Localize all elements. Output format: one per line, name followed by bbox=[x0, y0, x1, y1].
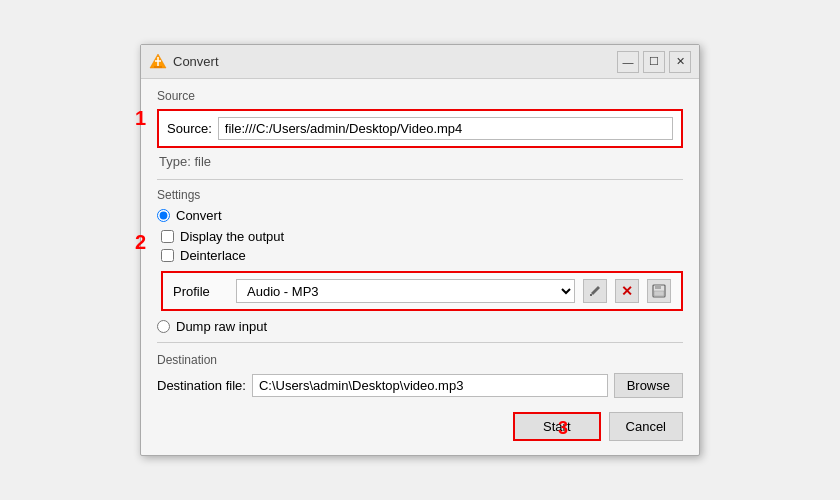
save-icon bbox=[652, 284, 666, 298]
display-output-label: Display the output bbox=[180, 229, 284, 244]
minimize-button[interactable]: — bbox=[617, 51, 639, 73]
profile-select[interactable]: Audio - MP3Video - H.264 + MP3 (MP4)Vide… bbox=[236, 279, 575, 303]
profile-label: Profile bbox=[173, 284, 228, 299]
deinterlace-checkbox[interactable] bbox=[161, 249, 174, 262]
title-bar: Convert — ☐ ✕ bbox=[141, 45, 699, 79]
deinterlace-row: Deinterlace bbox=[157, 248, 683, 263]
dump-label: Dump raw input bbox=[176, 319, 267, 334]
save-profile-button[interactable] bbox=[647, 279, 671, 303]
type-row: Type: file bbox=[157, 154, 683, 169]
destination-section: Destination Destination file: Browse bbox=[157, 353, 683, 398]
display-output-row: Display the output bbox=[157, 229, 683, 244]
settings-section: Settings Convert 2 Display the output De… bbox=[157, 188, 683, 334]
step-2-indicator: 2 bbox=[135, 231, 146, 254]
settings-options-wrapper: 2 Display the output Deinterlace Profile… bbox=[157, 229, 683, 311]
button-row: 3 Start Cancel bbox=[157, 412, 683, 441]
vlc-icon bbox=[149, 53, 167, 71]
type-value: file bbox=[194, 154, 211, 169]
window-controls: — ☐ ✕ bbox=[617, 51, 691, 73]
svg-rect-1 bbox=[154, 66, 162, 68]
dump-radio[interactable] bbox=[157, 320, 170, 333]
source-label: Source: bbox=[167, 121, 212, 136]
settings-label: Settings bbox=[157, 188, 683, 202]
red-x-icon: ✕ bbox=[621, 283, 633, 299]
start-button[interactable]: Start bbox=[513, 412, 600, 441]
svg-rect-4 bbox=[590, 294, 592, 296]
step-1-indicator: 1 bbox=[135, 107, 146, 130]
source-section-label: Source bbox=[157, 89, 683, 103]
svg-rect-6 bbox=[655, 285, 661, 289]
cancel-button[interactable]: Cancel bbox=[609, 412, 683, 441]
divider-1 bbox=[157, 179, 683, 180]
convert-radio-label: Convert bbox=[176, 208, 222, 223]
browse-button[interactable]: Browse bbox=[614, 373, 683, 398]
source-row: Source: bbox=[167, 117, 673, 140]
dest-file-label: Destination file: bbox=[157, 378, 246, 393]
source-wrapper: 1 Source: bbox=[157, 109, 683, 148]
divider-2 bbox=[157, 342, 683, 343]
convert-dialog: Convert — ☐ ✕ Source 1 Source: Type: fil… bbox=[140, 44, 700, 456]
dialog-content: Source 1 Source: Type: file Settings Con… bbox=[141, 79, 699, 455]
convert-radio-row: Convert bbox=[157, 208, 683, 223]
close-button[interactable]: ✕ bbox=[669, 51, 691, 73]
dest-file-input[interactable] bbox=[252, 374, 608, 397]
convert-radio[interactable] bbox=[157, 209, 170, 222]
delete-profile-button[interactable]: ✕ bbox=[615, 279, 639, 303]
window-title: Convert bbox=[173, 54, 219, 69]
svg-rect-7 bbox=[654, 291, 664, 296]
source-input[interactable] bbox=[218, 117, 673, 140]
maximize-button[interactable]: ☐ bbox=[643, 51, 665, 73]
profile-box: Profile Audio - MP3Video - H.264 + MP3 (… bbox=[161, 271, 683, 311]
type-label: Type: bbox=[159, 154, 191, 169]
wrench-icon bbox=[588, 284, 602, 298]
dump-radio-row: Dump raw input bbox=[157, 319, 683, 334]
destination-row: Destination file: Browse bbox=[157, 373, 683, 398]
destination-label: Destination bbox=[157, 353, 683, 367]
display-output-checkbox[interactable] bbox=[161, 230, 174, 243]
deinterlace-label: Deinterlace bbox=[180, 248, 246, 263]
edit-profile-button[interactable] bbox=[583, 279, 607, 303]
step-3-indicator: 3 bbox=[558, 418, 568, 439]
source-box: Source: bbox=[157, 109, 683, 148]
